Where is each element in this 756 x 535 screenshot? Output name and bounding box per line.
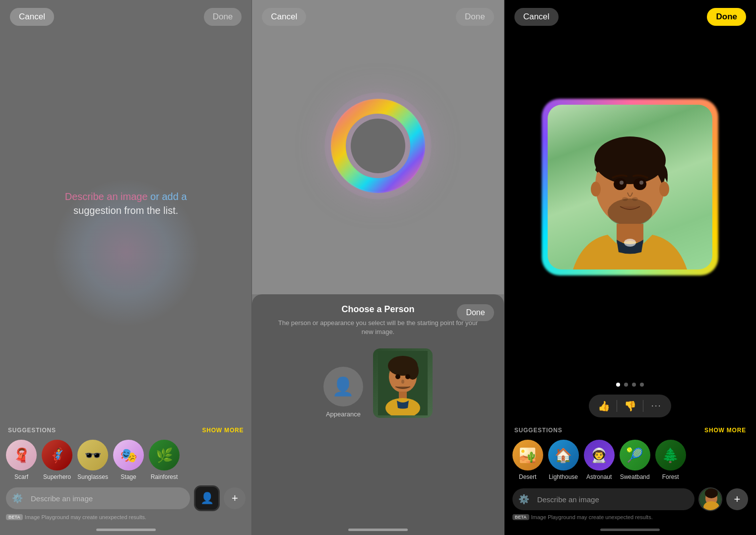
stage-icon: 🎭 bbox=[113, 440, 144, 470]
svg-point-8 bbox=[405, 374, 410, 379]
rainforest-icon: 🌿 bbox=[149, 440, 180, 470]
suggestion-desert[interactable]: 🏜️ Desert bbox=[512, 440, 543, 480]
panel3-suggestions: SUGGESTIONS SHOW MORE 🏜️ Desert 🏠 Lighth… bbox=[504, 427, 756, 480]
panel3-person-avatar-button[interactable] bbox=[698, 487, 722, 511]
panel2-cancel-button[interactable]: Cancel bbox=[262, 8, 306, 26]
panel3-beta-badge: BETA bbox=[512, 514, 529, 520]
svg-point-16 bbox=[633, 178, 646, 190]
feedback-more-button[interactable]: ··· bbox=[645, 397, 667, 415]
forest-icon: 🌲 bbox=[655, 440, 686, 470]
panel3-done-button[interactable]: Done bbox=[707, 8, 746, 26]
panel3-plus-icon: + bbox=[734, 493, 741, 506]
suggestion-forest[interactable]: 🌲 Forest bbox=[655, 440, 686, 480]
stage-label: Stage bbox=[121, 473, 136, 480]
person-photo-inner bbox=[373, 348, 433, 418]
dot-1 bbox=[616, 383, 620, 387]
dot-2 bbox=[624, 383, 628, 387]
person-icon: 👤 bbox=[200, 492, 214, 505]
astronaut-label: Astronaut bbox=[586, 473, 612, 480]
thumbs-up-button[interactable]: 👍 bbox=[593, 397, 615, 415]
svg-point-25 bbox=[624, 239, 636, 247]
panel1-done-button[interactable]: Done bbox=[204, 8, 242, 26]
panel3-home-indicator bbox=[600, 529, 660, 531]
feedback-button-group: 👍 👎 ··· bbox=[589, 395, 671, 417]
placeholder-pink-text: Describe an image bbox=[65, 191, 148, 202]
donut-graphic bbox=[323, 91, 433, 201]
sunglasses-label: Sunglasses bbox=[77, 473, 108, 480]
panel2-home-indicator bbox=[348, 529, 408, 531]
show-more-button[interactable]: SHOW MORE bbox=[202, 427, 244, 434]
dot-4 bbox=[640, 383, 644, 387]
panel2-done-top-button[interactable]: Done bbox=[456, 8, 494, 26]
panel3-beta-text: BETA Image Playground may create unexpec… bbox=[512, 514, 748, 520]
panel3-suggestions-row: 🏜️ Desert 🏠 Lighthouse 👨‍🚀 Astronaut 🎾 S… bbox=[512, 440, 748, 480]
beta-badge: BETA bbox=[6, 514, 23, 520]
selected-person-option[interactable] bbox=[373, 348, 433, 418]
panel3-cancel-button[interactable]: Cancel bbox=[514, 8, 559, 26]
panel3-input-field[interactable]: ⚙️ Describe an image bbox=[512, 488, 694, 510]
scarf-label: Scarf bbox=[14, 473, 28, 480]
desert-icon: 🏜️ bbox=[512, 440, 543, 470]
appearance-label: Appearance bbox=[326, 410, 361, 418]
svg-point-17 bbox=[620, 181, 624, 185]
panel1-beta-text: BETA Image Playground may create unexpec… bbox=[6, 514, 246, 520]
rainforest-label: Rainforest bbox=[151, 473, 178, 480]
panel-3: Cancel Done bbox=[504, 0, 756, 535]
lighthouse-label: Lighthouse bbox=[549, 473, 578, 480]
dot-3 bbox=[632, 383, 636, 387]
svg-point-1 bbox=[351, 119, 405, 173]
sheet-subtitle: The person or appearance you select will… bbox=[262, 319, 494, 336]
sweatband-icon: 🎾 bbox=[620, 440, 650, 470]
panel1-bottom-bar: ⚙️ Describe an image 👤 + BETA Image Play… bbox=[0, 485, 252, 520]
input-placeholder-text: Describe an image bbox=[31, 494, 93, 503]
ai-image-wrapper bbox=[546, 103, 714, 271]
panel1-input-field[interactable]: ⚙️ Describe an image bbox=[6, 487, 190, 509]
suggestion-lighthouse[interactable]: 🏠 Lighthouse bbox=[548, 440, 579, 480]
beta-message: Image Playground may create unexpected r… bbox=[25, 514, 146, 520]
panel3-add-button[interactable]: + bbox=[726, 488, 748, 510]
svg-point-28 bbox=[705, 488, 718, 498]
astronaut-icon: 👨‍🚀 bbox=[584, 440, 615, 470]
suggestion-sweatband[interactable]: 🎾 Sweatband bbox=[620, 440, 650, 480]
suggestion-scarf[interactable]: 🧣 Scarf bbox=[6, 440, 37, 480]
superhero-label: Superhero bbox=[43, 473, 71, 480]
panel1-add-button[interactable]: + bbox=[224, 487, 246, 509]
suggestion-stage[interactable]: 🎭 Stage bbox=[113, 440, 144, 480]
panel1-header: Cancel Done bbox=[0, 0, 252, 34]
panel3-bottom-bar: ⚙️ Describe an image + BETA Image Playgr… bbox=[504, 487, 756, 520]
panel3-show-more-button[interactable]: SHOW MORE bbox=[704, 427, 746, 434]
svg-point-18 bbox=[639, 181, 643, 185]
panel2-top-area: Cancel Done bbox=[252, 0, 504, 294]
suggestion-astronaut[interactable]: 👨‍🚀 Astronaut bbox=[584, 440, 615, 480]
sweatband-label: Sweatband bbox=[620, 473, 650, 480]
playground-icon: ⚙️ bbox=[12, 493, 23, 504]
svg-point-15 bbox=[614, 178, 627, 190]
svg-point-23 bbox=[659, 182, 669, 197]
desert-label: Desert bbox=[519, 473, 536, 480]
ai-image-frame bbox=[548, 105, 712, 269]
avatar-thumbnail bbox=[699, 488, 722, 511]
suggestion-sunglasses[interactable]: 🕶️ Sunglasses bbox=[77, 440, 108, 480]
thumbs-down-button[interactable]: 👎 bbox=[619, 397, 641, 415]
forest-label: Forest bbox=[662, 473, 679, 480]
pagination-dots bbox=[504, 383, 756, 387]
panel1-cancel-button[interactable]: Cancel bbox=[10, 8, 54, 26]
feedback-separator bbox=[617, 400, 617, 412]
suggestion-rainforest[interactable]: 🌿 Rainforest bbox=[149, 440, 180, 480]
panel3-input-placeholder: Describe an image bbox=[537, 495, 599, 504]
appearance-silhouette: 👤 bbox=[323, 367, 363, 406]
scarf-icon: 🧣 bbox=[6, 440, 37, 470]
appearance-option[interactable]: 👤 Appearance bbox=[323, 367, 363, 418]
panel3-playground-icon: ⚙️ bbox=[518, 494, 529, 505]
suggestions-header: SUGGESTIONS SHOW MORE bbox=[6, 427, 246, 434]
panel1-placeholder: Describe an image or add a suggestion fr… bbox=[62, 190, 190, 217]
avatar-svg bbox=[378, 351, 428, 415]
panel1-input-row: ⚙️ Describe an image 👤 + bbox=[6, 485, 246, 511]
superhero-icon: 🦸 bbox=[42, 440, 72, 470]
sunglasses-icon: 🕶️ bbox=[77, 440, 108, 470]
panel1-person-button[interactable]: 👤 bbox=[194, 485, 220, 511]
sheet-done-button[interactable]: Done bbox=[457, 304, 494, 321]
suggestion-superhero[interactable]: 🦸 Superhero bbox=[42, 440, 72, 480]
panel2-header: Cancel Done bbox=[252, 0, 504, 34]
placeholder-white-text: suggestion from the list. bbox=[73, 205, 178, 216]
